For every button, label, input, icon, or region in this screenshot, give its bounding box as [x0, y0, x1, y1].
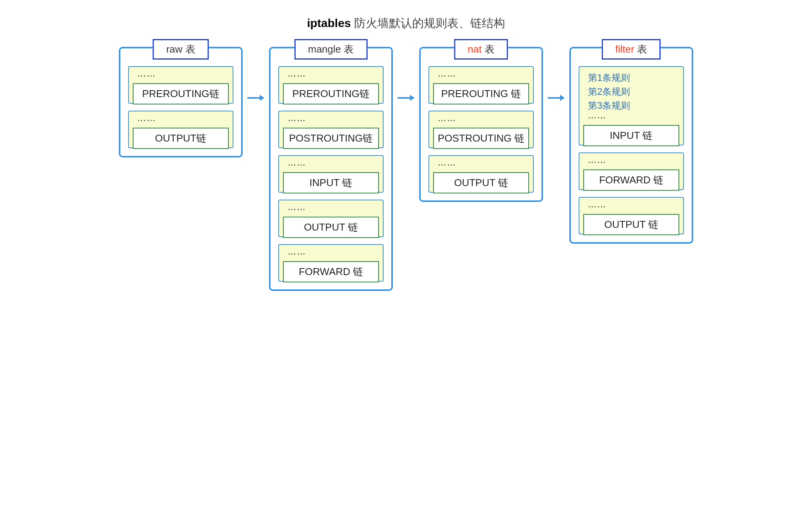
table-filter: filter 表第1条规则第2条规则第3条规则⋯⋯INPUT 链⋯⋯FORWAR…	[569, 47, 693, 244]
svg-marker-3	[410, 95, 415, 101]
ellipsis: ⋯⋯	[134, 115, 227, 125]
table-mangle: mangle 表⋯⋯PREROUTING链⋯⋯POSTROUTING链⋯⋯INP…	[269, 47, 393, 291]
chain-name: OUTPUT链	[133, 128, 229, 149]
arrow-icon	[547, 93, 565, 103]
ellipsis: ⋯⋯	[284, 115, 377, 125]
title-rest: 防火墙默认的规则表、链结构	[351, 17, 505, 29]
chain-block: ⋯⋯PREROUTING链	[128, 66, 233, 104]
chain-name: FORWARD 链	[283, 261, 379, 282]
chain-name: OUTPUT 链	[433, 172, 529, 193]
chain-block: 第1条规则第2条规则第3条规则⋯⋯INPUT 链	[579, 66, 684, 145]
tables-row: raw 表⋯⋯PREROUTING链⋯⋯OUTPUT链mangle 表⋯⋯PRE…	[15, 47, 797, 291]
chain-block: ⋯⋯OUTPUT 链	[579, 197, 684, 234]
chain-block: ⋯⋯FORWARD 链	[278, 244, 384, 282]
table-nat: nat 表⋯⋯PREROUTING 链⋯⋯POSTROUTING 链⋯⋯OUTP…	[419, 47, 543, 202]
chain-block: ⋯⋯POSTROUTING 链	[428, 111, 534, 148]
ellipsis: ⋯⋯	[284, 249, 377, 259]
chain-block: ⋯⋯FORWARD 链	[579, 152, 684, 190]
table-label-name: filter	[615, 43, 634, 55]
chain-block: ⋯⋯OUTPUT 链	[278, 200, 384, 237]
ellipsis: ⋯⋯	[585, 157, 678, 167]
table-label: raw 表	[152, 39, 209, 60]
diagram-title: iptables 防火墙默认的规则表、链结构	[15, 15, 797, 31]
chain-block: ⋯⋯PREROUTING链	[278, 66, 384, 104]
chain-block: ⋯⋯POSTROUTING链	[278, 111, 384, 148]
ellipsis: ⋯⋯	[284, 160, 377, 170]
table-label-suffix: 表	[182, 43, 195, 55]
chain-name: POSTROUTING 链	[433, 128, 529, 149]
chain-name: PREROUTING链	[133, 83, 229, 104]
chain-name: PREROUTING链	[283, 83, 379, 104]
table-label-name: nat	[468, 43, 481, 55]
ellipsis: ⋯⋯	[435, 115, 528, 125]
ellipsis: ⋯⋯	[585, 113, 678, 123]
chain-name: OUTPUT 链	[583, 214, 679, 235]
table-label-name: mangle	[308, 43, 341, 55]
ellipsis: ⋯⋯	[435, 160, 528, 170]
chain-block: ⋯⋯OUTPUT 链	[428, 155, 534, 193]
rule-line: 第2条规则	[585, 85, 678, 99]
ellipsis: ⋯⋯	[284, 71, 377, 81]
arrow-icon	[247, 93, 265, 103]
chain-block: ⋯⋯INPUT 链	[278, 155, 384, 193]
table-label-name: raw	[166, 43, 182, 55]
ellipsis: ⋯⋯	[284, 204, 377, 214]
chain-name: INPUT 链	[583, 125, 679, 146]
chain-name: INPUT 链	[283, 172, 379, 193]
title-bold: iptables	[307, 17, 351, 29]
svg-marker-5	[560, 95, 565, 101]
rule-line: 第3条规则	[585, 99, 678, 113]
table-label-suffix: 表	[341, 43, 354, 55]
ellipsis: ⋯⋯	[134, 71, 227, 81]
chain-name: POSTROUTING链	[283, 128, 379, 149]
chain-block: ⋯⋯OUTPUT链	[128, 111, 233, 148]
table-label-suffix: 表	[634, 43, 647, 55]
rule-line: 第1条规则	[585, 71, 678, 85]
chain-name: OUTPUT 链	[283, 217, 379, 238]
table-label-suffix: 表	[481, 43, 494, 55]
chain-block: ⋯⋯PREROUTING 链	[428, 66, 534, 104]
table-label: filter 表	[602, 39, 661, 60]
table-raw: raw 表⋯⋯PREROUTING链⋯⋯OUTPUT链	[119, 47, 243, 157]
svg-marker-1	[260, 95, 264, 101]
arrow-icon	[397, 93, 415, 103]
chain-name: FORWARD 链	[583, 169, 679, 191]
ellipsis: ⋯⋯	[435, 71, 528, 81]
chain-name: PREROUTING 链	[433, 83, 529, 104]
table-label: nat 表	[454, 39, 508, 60]
ellipsis: ⋯⋯	[585, 202, 678, 212]
table-label: mangle 表	[295, 39, 368, 60]
